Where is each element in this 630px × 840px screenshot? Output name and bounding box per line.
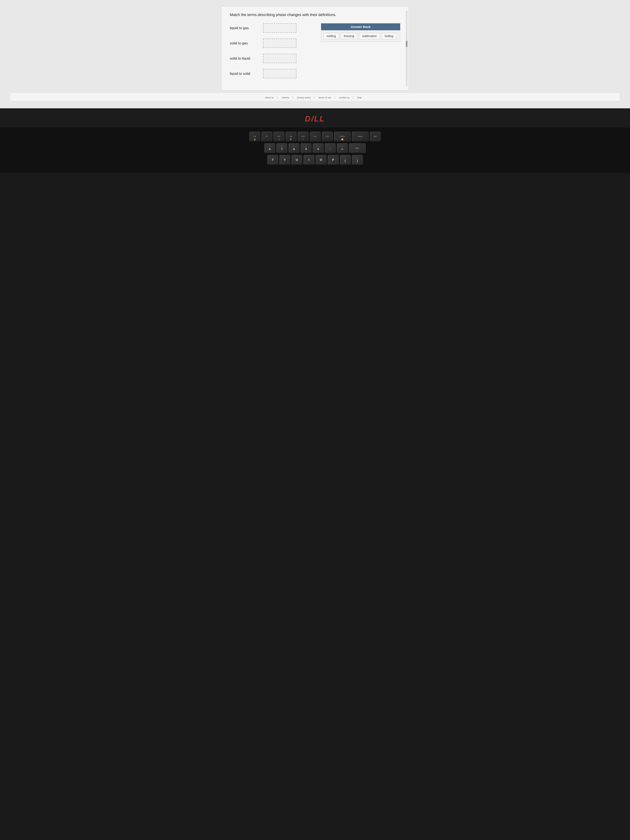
quiz-content: liquid to gas solid to gas solid to liqu…	[230, 23, 400, 84]
key-o[interactable]: O	[316, 155, 327, 165]
key-insert[interactable]: Insert ☽	[352, 132, 368, 142]
scrollbar[interactable]	[406, 11, 407, 86]
footer-about[interactable]: about us	[265, 96, 277, 99]
answer-bank-container: Answer Bank melting freezing sublimation…	[321, 23, 400, 84]
answer-chip-melting[interactable]: melting	[323, 33, 339, 39]
key-t[interactable]: T	[267, 155, 278, 165]
key-y[interactable]: Y	[279, 155, 290, 165]
match-row-1: liquid to gas	[230, 23, 313, 33]
key-del-label: Del	[374, 136, 377, 137]
key-del[interactable]: Del	[370, 132, 381, 142]
key-f9[interactable]: F9 🔍	[286, 132, 297, 142]
keyboard-row-letters: T Y U I O P { [ } ]	[2, 155, 628, 165]
answer-bank-options: melting freezing sublimation boiling	[321, 30, 400, 42]
answer-chip-freezing[interactable]: freezing	[341, 33, 357, 39]
footer-privacy[interactable]: privacy policy	[297, 96, 314, 99]
keyboard-row-fn: F6 🔒 F7 F8 🖥 F9 🔍 F10 ☀ F11 ☼	[2, 132, 628, 142]
answer-bank-header: Answer Bank	[321, 23, 400, 30]
key-f10-label: F10	[302, 136, 305, 137]
dell-logo: D/LL	[305, 115, 325, 123]
keyboard-row-numbers: ^ 6 & 7 * 8 ( 9 ) 0 _ -	[2, 143, 628, 153]
key-prtscr-label: PrtScr	[339, 136, 345, 137]
key-7[interactable]: & 7	[276, 143, 287, 153]
key-f7-label: F7	[266, 136, 268, 137]
match-label-3: solid to liquid	[230, 57, 259, 61]
match-row-4: liquid to solid	[230, 69, 313, 78]
key-f10[interactable]: F10 ☀	[298, 132, 308, 142]
footer-careers[interactable]: careers	[282, 96, 293, 99]
key-f9-label: F9	[290, 136, 292, 137]
key-minus[interactable]: _ -	[325, 143, 336, 153]
match-dropbox-1[interactable]	[263, 23, 297, 33]
key-f6-label: F6	[254, 136, 256, 137]
match-label-2: solid to gas	[230, 41, 259, 46]
key-f12[interactable]: F12	[322, 132, 333, 142]
key-0[interactable]: ) 0	[313, 143, 324, 153]
key-insert-label: Insert	[358, 136, 363, 137]
key-f8-label: F8	[278, 136, 280, 137]
match-dropbox-3[interactable]	[263, 54, 297, 63]
key-lbracket[interactable]: { [	[340, 155, 351, 165]
key-6[interactable]: ^ 6	[264, 143, 275, 153]
match-label-1: liquid to gas	[230, 26, 259, 30]
quiz-container: Match the terms describing phase changes…	[221, 6, 409, 91]
key-i[interactable]: I	[303, 155, 314, 165]
answer-chip-sublimation[interactable]: sublimation	[359, 33, 380, 39]
match-label-4: liquid to solid	[230, 72, 259, 76]
key-rbracket[interactable]: } ]	[352, 155, 363, 165]
match-row-2: solid to gas	[230, 38, 313, 48]
key-8[interactable]: * 8	[289, 143, 299, 153]
quiz-title: Match the terms describing phase changes…	[230, 13, 400, 17]
key-backspace[interactable]: Bac ←	[349, 143, 366, 153]
key-f6[interactable]: F6 🔒	[249, 132, 260, 142]
match-dropbox-2[interactable]	[263, 38, 297, 48]
laptop-body: D/LL F6 🔒 F7 F8 🖥 F9 🔍 F10 ☀	[0, 108, 630, 173]
footer-terms[interactable]: terms of use	[319, 96, 335, 99]
key-f8[interactable]: F8 🖥	[273, 132, 284, 142]
scrollbar-thumb[interactable]	[406, 41, 407, 47]
screen-area: Match the terms describing phase changes…	[0, 0, 630, 108]
key-9[interactable]: ( 9	[301, 143, 311, 153]
footer-links: about us careers privacy policy terms of…	[10, 93, 620, 101]
match-left: liquid to gas solid to gas solid to liqu…	[230, 23, 313, 84]
key-f7[interactable]: F7	[262, 132, 272, 142]
key-f11-label: F11	[314, 136, 317, 137]
key-equals[interactable]: + =	[337, 143, 348, 153]
key-f11[interactable]: F11 ☼	[310, 132, 321, 142]
key-p[interactable]: P	[328, 155, 338, 165]
footer-contact[interactable]: contact us	[339, 96, 353, 99]
key-f12-label: F12	[325, 136, 329, 137]
answer-chip-boiling[interactable]: boiling	[382, 33, 396, 39]
key-prtscr[interactable]: PrtScr 📶	[334, 132, 351, 142]
keyboard-area: F6 🔒 F7 F8 🖥 F9 🔍 F10 ☀ F11 ☼	[0, 128, 630, 173]
footer-help[interactable]: help	[357, 96, 365, 99]
match-dropbox-4[interactable]	[263, 69, 297, 78]
match-row-3: solid to liquid	[230, 54, 313, 63]
key-u[interactable]: U	[292, 155, 302, 165]
